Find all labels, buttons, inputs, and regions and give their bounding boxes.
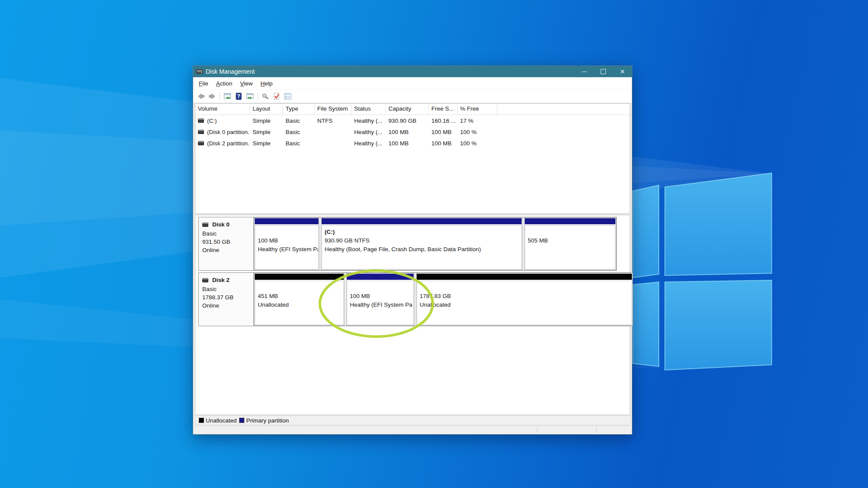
cell-free-space: 100 MB <box>429 140 457 147</box>
disk-size: 1788.37 GB <box>202 293 250 301</box>
disk-status: Online <box>202 246 250 254</box>
column-header-volume[interactable]: Volume <box>195 104 250 115</box>
volume-list: Volume Layout Type File System Status Ca… <box>195 103 630 214</box>
legend-bar: Unallocated Primary partition <box>195 416 630 425</box>
column-header-layout[interactable]: Layout <box>250 104 283 115</box>
disk0-partition-efi[interactable]: 100 MB Healthy (EFI System Pa <box>254 217 319 270</box>
disk0-partition-recovery[interactable]: 505 MB <box>524 217 616 270</box>
volume-row-c[interactable]: (C:) Simple Basic NTFS Healthy (... 930.… <box>195 115 630 126</box>
cell-volume: (Disk 2 partition... <box>207 140 250 147</box>
toolbar: ? <box>193 90 632 103</box>
toolbar-separator <box>257 92 258 101</box>
menu-view[interactable]: View <box>236 78 256 89</box>
column-header-capacity[interactable]: Capacity <box>386 104 429 115</box>
legend-label: Primary partition <box>246 417 289 424</box>
logo-pane-bottom-right <box>665 280 772 370</box>
cell-capacity: 100 MB <box>386 140 429 147</box>
legend-primary-partition: Primary partition <box>239 417 289 424</box>
column-header-status[interactable]: Status <box>352 104 386 115</box>
disk-name: Disk 0 <box>212 220 230 229</box>
forward-icon <box>208 92 217 101</box>
show-action-pane-icon <box>246 92 254 101</box>
minimize-icon <box>582 72 587 72</box>
partition-color-bar <box>525 218 615 224</box>
column-header-type[interactable]: Type <box>283 104 315 115</box>
cell-layout: Simple <box>250 129 283 135</box>
minimize-button[interactable] <box>575 66 594 77</box>
cell-volume: (C:) <box>207 118 217 124</box>
logo-pane-bottom-left <box>633 282 659 367</box>
cell-pct-free: 100 % <box>457 129 497 135</box>
volume-icon <box>198 130 204 134</box>
cell-free-space: 100 MB <box>429 129 457 135</box>
menu-file[interactable]: File <box>195 78 212 89</box>
legend-label: Unallocated <box>206 417 237 424</box>
cell-pct-free: 100 % <box>457 140 497 147</box>
back-button[interactable] <box>195 91 207 102</box>
disk2-band: Disk 2 Basic 1788.37 GB Online 451 MB Un… <box>198 272 631 326</box>
help-button[interactable]: ? <box>233 91 244 102</box>
show-console-tree-button[interactable] <box>222 91 233 102</box>
show-action-pane-button[interactable] <box>244 91 256 102</box>
disk-type: Basic <box>202 229 250 238</box>
graphical-view: Disk 0 Basic 931.50 GB Online 100 MB Hea… <box>195 215 630 415</box>
disk2-unallocated-1[interactable]: 451 MB Unallocated <box>254 273 345 326</box>
disk2-unallocated-2[interactable]: 1787.83 GB Unallocated <box>416 273 633 326</box>
column-header-free-space[interactable]: Free S... <box>429 104 457 115</box>
menu-help[interactable]: Help <box>256 78 276 89</box>
forward-button[interactable] <box>207 91 218 102</box>
status-separator <box>596 427 597 432</box>
disk0-partition-c[interactable]: (C:) 930.90 GB NTFS Healthy (Boot, Page … <box>321 217 523 270</box>
disk-management-window: Disk Management ✕ File Action View Help <box>193 66 632 435</box>
menu-bar: File Action View Help <box>193 77 632 90</box>
cell-layout: Simple <box>250 118 283 124</box>
titlebar[interactable]: Disk Management ✕ <box>193 66 632 77</box>
volume-icon <box>198 141 204 145</box>
toolbar-separator <box>220 92 220 101</box>
window-title: Disk Management <box>206 68 575 75</box>
back-icon <box>197 92 205 101</box>
close-button[interactable]: ✕ <box>613 66 632 77</box>
cell-capacity: 100 MB <box>386 129 429 135</box>
volume-icon <box>198 118 204 123</box>
menu-action[interactable]: Action <box>212 78 237 89</box>
tool-button[interactable] <box>260 91 271 102</box>
disk-icon <box>202 278 208 282</box>
disk0-band: Disk 0 Basic 931.50 GB Online 100 MB Hea… <box>198 217 617 271</box>
partition-color-bar <box>255 218 319 224</box>
partition-color-bar <box>255 274 344 280</box>
maximize-icon <box>601 69 606 74</box>
primary-partition-swatch <box>239 418 244 423</box>
svg-text:?: ? <box>237 93 240 99</box>
properties-icon <box>283 92 292 101</box>
volume-list-header: Volume Layout Type File System Status Ca… <box>195 104 630 115</box>
disk2-label-panel[interactable]: Disk 2 Basic 1788.37 GB Online <box>199 273 254 326</box>
maximize-button[interactable] <box>594 66 613 77</box>
logo-pane-top-left <box>633 185 659 278</box>
properties-button[interactable] <box>282 91 293 102</box>
disk0-label-panel[interactable]: Disk 0 Basic 931.50 GB Online <box>199 217 254 270</box>
legend-unallocated: Unallocated <box>199 417 237 424</box>
cell-capacity: 930.90 GB <box>386 118 429 124</box>
cell-status: Healthy (... <box>352 129 386 135</box>
status-bar <box>195 426 630 433</box>
unallocated-swatch <box>199 418 204 423</box>
cell-file-system: NTFS <box>315 118 352 124</box>
disk2-partition-efi-circled[interactable]: 100 MB Healthy (EFI System Pa <box>346 273 414 326</box>
cell-layout: Simple <box>250 140 283 147</box>
check-document-button[interactable] <box>271 91 282 102</box>
column-header-file-system[interactable]: File System <box>315 104 352 115</box>
cell-type: Basic <box>283 118 315 124</box>
show-console-tree-icon <box>223 92 232 101</box>
partition-color-bar <box>322 218 522 224</box>
client-area: Volume Layout Type File System Status Ca… <box>193 102 632 434</box>
cell-volume: (Disk 0 partition... <box>207 129 250 135</box>
column-header-pct-free[interactable]: % Free <box>457 104 497 115</box>
cell-free-space: 160.16 ... <box>429 118 457 124</box>
partition-color-bar <box>347 274 414 280</box>
volume-row-disk0-partition[interactable]: (Disk 0 partition... Simple Basic Health… <box>195 126 630 138</box>
volume-row-disk2-partition[interactable]: (Disk 2 partition... Simple Basic Health… <box>195 138 630 149</box>
disk-icon <box>202 223 208 227</box>
cell-type: Basic <box>283 140 315 147</box>
cell-status: Healthy (... <box>352 140 386 147</box>
